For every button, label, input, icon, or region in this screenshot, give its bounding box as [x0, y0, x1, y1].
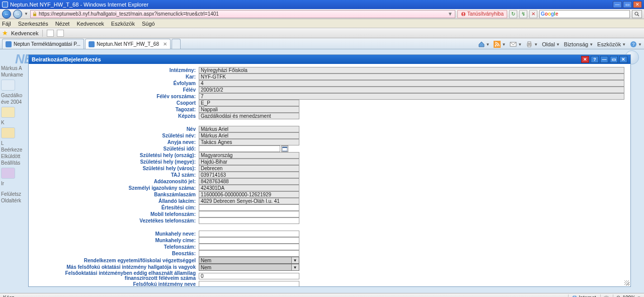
mail-button[interactable]: ▼: [510, 41, 522, 48]
datepicker-button[interactable]: [281, 145, 288, 152]
tab-neptun-support[interactable]: Neptun Terméktámogatási P...: [2, 39, 84, 49]
compat-button[interactable]: ↯: [519, 10, 527, 18]
new-tab-button[interactable]: [172, 39, 181, 49]
minimize-button[interactable]: —: [613, 1, 622, 8]
dialog-close-button[interactable]: ✕: [581, 56, 589, 63]
field-csoport: E_P: [199, 100, 299, 106]
home-button[interactable]: ▼: [478, 41, 490, 48]
label-intezmeny: Intézmény:: [32, 67, 198, 73]
tab-close-icon[interactable]: ✕: [163, 41, 167, 47]
field-mh-nev[interactable]: [199, 231, 299, 237]
label-beosztas: Beosztás:: [32, 250, 198, 257]
side-icon: [1, 168, 15, 179]
field-szul-ido[interactable]: [199, 145, 280, 152]
status-zoom-label: 100%: [623, 295, 636, 297]
select-value: Nem: [201, 258, 211, 263]
feeds-button[interactable]: ▼: [494, 41, 506, 48]
tab-neptun-net[interactable]: Neptun.Net NYF_HW_T_68 ✕: [85, 39, 171, 49]
side-text: K: [1, 120, 28, 125]
label-mas-hallgato: Más felsőfokú oktatási intézmény hallgat…: [32, 264, 198, 271]
favorites-label[interactable]: Kedvencek: [11, 30, 38, 36]
side-text: Ir: [1, 181, 28, 186]
svg-rect-10: [528, 42, 531, 43]
field-anyja-neve: Takács Ágnes: [199, 139, 299, 145]
dialog-maximize-button[interactable]: ▭: [610, 56, 618, 63]
separator: [42, 30, 43, 37]
address-bar[interactable]: https://neptunweb3.nyf.hu/hallgatoi_tesz…: [30, 10, 455, 18]
maximize-button[interactable]: ▭: [623, 1, 632, 8]
field-szul-nev: Márkus Ariel: [199, 132, 299, 139]
tab-strip: Neptun Terméktámogatási P... Neptun.Net …: [0, 38, 644, 49]
field-mh-tel[interactable]: [199, 244, 299, 250]
svg-line-5: [637, 15, 639, 16]
field-vezetekes[interactable]: [199, 217, 299, 224]
field-taj: 039714163: [199, 172, 299, 178]
favbar-slot-1[interactable]: [47, 30, 54, 37]
dialog-help-button[interactable]: ?: [591, 56, 599, 63]
search-input[interactable]: Google: [539, 10, 630, 18]
menu-bar: Fájl Szerkesztés Nézet Kedvencek Eszközö…: [0, 19, 644, 28]
addr-drop-icon[interactable]: ▼: [447, 11, 453, 17]
menu-edit[interactable]: Szerkesztés: [18, 21, 48, 27]
status-zoom[interactable]: 100% ▼: [613, 294, 641, 298]
certificate-error-button[interactable]: Tanúsítványhiba: [457, 10, 507, 18]
star-icon[interactable]: ★: [2, 29, 8, 37]
protected-mode-icon: [600, 294, 609, 298]
field-ff-intezmeny[interactable]: [199, 281, 299, 286]
resize-grip-icon[interactable]: [624, 280, 629, 285]
ie-icon: [2, 2, 8, 8]
side-text: Munkame: [1, 72, 28, 78]
select-value: Nem: [201, 265, 211, 270]
favbar-slot-2[interactable]: [57, 30, 64, 37]
field-szul-varos: Debrecen: [199, 165, 299, 172]
field-felev-sorszama: 7: [199, 93, 624, 100]
stop-button[interactable]: ✕: [529, 10, 537, 18]
svg-text:?: ?: [632, 42, 635, 47]
field-ert-cim[interactable]: [199, 204, 299, 211]
menu-favorites[interactable]: Kedvencek: [76, 21, 104, 27]
dialog-close-button-2[interactable]: ✕: [619, 56, 627, 63]
menu-tools[interactable]: Eszközök: [111, 21, 135, 27]
back-button[interactable]: ←: [2, 10, 11, 19]
menu-view[interactable]: Nézet: [55, 21, 70, 27]
dialog-minimize-button[interactable]: —: [600, 56, 608, 63]
field-kar: NYF-GTFK: [199, 73, 624, 80]
chevron-down-icon: ▼: [291, 257, 298, 263]
label-lakcim: Állandó lakcím:: [32, 198, 198, 204]
refresh-button[interactable]: ↻: [509, 10, 517, 18]
label-ff-intezmeny: Felsőfokú intézmény neve: [32, 281, 198, 286]
side-text: L: [1, 140, 28, 146]
window-close-button[interactable]: ✕: [633, 1, 642, 8]
help-button[interactable]: ?▼: [630, 41, 642, 48]
field-mh-cim[interactable]: [199, 237, 299, 244]
print-button[interactable]: ▼: [526, 41, 538, 48]
tab-label: Neptun.Net NYF_HW_T_68: [97, 41, 159, 47]
search-go-button[interactable]: [632, 10, 642, 18]
sidebar-peek: Márkus A Munkame Gazdálko éve 2004 K L B…: [1, 65, 28, 204]
field-elhasznalt[interactable]: 0: [199, 273, 299, 279]
field-szul-orszag: Magyarország: [199, 152, 299, 159]
menu-help[interactable]: Súgó: [142, 21, 155, 27]
field-mobil[interactable]: [199, 211, 299, 217]
page-menu[interactable]: Oldal ▼: [542, 41, 560, 47]
tab-icon: [6, 41, 12, 47]
label-kepzes: Képzés: [32, 113, 198, 119]
tab-label: Neptun Terméktámogatási P...: [14, 41, 80, 47]
dialog-body: Intézmény:Nyíregyházi Főiskola Kar:NYF-G…: [29, 64, 630, 286]
safety-menu[interactable]: Biztonság ▼: [564, 41, 593, 47]
label-anyja-neve: Anyja neve:: [32, 139, 198, 145]
status-zone-label: Internet: [579, 295, 596, 297]
select-vegzettseg[interactable]: Nem▼: [199, 257, 299, 264]
label-mobil: Mobil telefonszám:: [32, 211, 198, 217]
svg-point-7: [495, 45, 497, 47]
select-mas-hallgato[interactable]: Nem▼: [199, 264, 299, 271]
tools-menu[interactable]: Eszközök ▼: [597, 41, 626, 47]
field-beosztas[interactable]: [199, 250, 299, 257]
dialog-title-text: Beiratkozás/Bejelentkezés: [32, 56, 101, 62]
calendar-icon: [282, 146, 287, 152]
window-title: Neptun.Net NYF_HW_T_68 - Windows Interne…: [10, 2, 148, 8]
menu-file[interactable]: Fájl: [2, 21, 11, 27]
field-ado: 8428763488: [199, 178, 299, 185]
forward-button[interactable]: →: [13, 10, 22, 19]
nav-dropdown-icon[interactable]: ▼: [24, 12, 28, 16]
